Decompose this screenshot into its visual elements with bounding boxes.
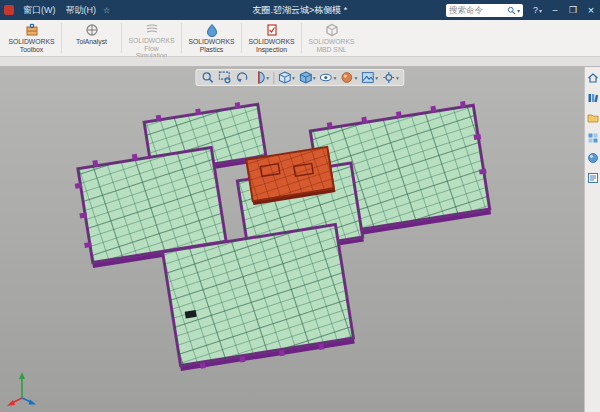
app-icon <box>4 5 14 15</box>
view-palette-button[interactable] <box>586 131 600 145</box>
title-bar: 窗口(W) 帮助(H) ☆ 友圈.碧湖云城>栋侧模 * ▾ ?▾ – ❐ × <box>0 0 600 20</box>
plastics-addin-icon <box>205 22 219 37</box>
zoom-to-fit-button[interactable] <box>200 71 215 84</box>
minimize-button[interactable]: – <box>546 0 564 20</box>
command-search[interactable]: ▾ <box>446 4 523 17</box>
addin-label: TolAnalyst <box>76 38 107 46</box>
view-settings-caret-icon: ▾ <box>396 75 399 81</box>
close-button[interactable]: × <box>582 0 600 20</box>
display-style-icon <box>299 71 312 84</box>
previous-view-button[interactable] <box>234 71 249 84</box>
apply-scene-button[interactable]: ▾ <box>360 71 379 84</box>
flow-simulation-addin-icon <box>145 22 159 36</box>
addin-mbd-button[interactable]: SOLIDWORKS MBD SNL <box>303 20 360 56</box>
task-pane <box>584 67 600 412</box>
design-library-button[interactable] <box>586 91 600 105</box>
palette-grid-icon <box>587 132 599 144</box>
ribbon-separator <box>121 23 122 53</box>
view-settings-button[interactable]: ▾ <box>381 71 400 84</box>
addin-label: SOLIDWORKS Toolbox <box>8 38 54 53</box>
menu-help[interactable]: 帮助(H) <box>61 4 102 17</box>
folder-icon <box>587 112 599 124</box>
edit-appearance-icon <box>340 71 353 84</box>
search-icon <box>507 6 516 15</box>
hide-show-items-button[interactable]: ▾ <box>319 71 338 84</box>
hide-show-caret-icon: ▾ <box>334 75 337 81</box>
addin-inspection-button[interactable]: SOLIDWORKS Inspection <box>243 20 300 56</box>
favorites-star-icon[interactable]: ☆ <box>103 6 110 15</box>
view-orientation-button[interactable]: ▾ <box>277 71 296 84</box>
previous-view-icon <box>235 71 248 84</box>
solidworks-window: 窗口(W) 帮助(H) ☆ 友圈.碧湖云城>栋侧模 * ▾ ?▾ – ❐ × <box>0 0 600 412</box>
addin-plastics-button[interactable]: SOLIDWORKS Plastics <box>183 20 240 56</box>
tolanalyst-addin-icon <box>85 22 99 37</box>
view-orientation-icon <box>278 71 291 84</box>
addin-label: SOLIDWORKS Inspection <box>248 38 294 53</box>
apply-scene-icon <box>361 71 374 84</box>
section-view-button[interactable]: ▾ <box>251 71 270 84</box>
reference-triad <box>6 368 50 408</box>
view-orientation-caret-icon: ▾ <box>292 75 295 81</box>
maximize-button[interactable]: ❐ <box>564 0 582 20</box>
zoom-to-fit-icon <box>201 71 214 84</box>
menu-window[interactable]: 窗口(W) <box>18 4 61 17</box>
zoom-to-area-button[interactable] <box>217 71 232 84</box>
commandmanager-tabstrip[interactable] <box>0 57 600 67</box>
edit-appearance-button[interactable]: ▾ <box>339 71 358 84</box>
zoom-to-area-icon <box>218 71 231 84</box>
appearances-scenes-button[interactable] <box>586 151 600 165</box>
addins-ribbon: SOLIDWORKS Toolbox TolAnalyst SOLIDWORKS… <box>0 20 600 57</box>
home-icon <box>587 72 599 84</box>
document-title: 友圈.碧湖云城>栋侧模 * <box>253 4 348 17</box>
hide-show-items-icon <box>320 71 333 84</box>
model-block-bottom-wing[interactable] <box>162 224 355 372</box>
graphics-viewport[interactable]: ▾ ▾ ▾ ▾ <box>0 67 600 412</box>
addin-label: SOLIDWORKS MBD SNL <box>308 38 354 53</box>
headsup-separator <box>273 72 274 84</box>
mbd-addin-icon <box>325 22 339 37</box>
display-style-caret-icon: ▾ <box>313 75 316 81</box>
view-settings-icon <box>382 71 395 84</box>
help-button[interactable]: ?▾ <box>529 5 546 15</box>
file-explorer-button[interactable] <box>586 111 600 125</box>
display-style-button[interactable]: ▾ <box>298 71 317 84</box>
inspection-addin-icon <box>265 22 279 37</box>
books-icon <box>587 92 599 104</box>
properties-list-icon <box>587 172 599 184</box>
model-canvas[interactable] <box>0 67 600 412</box>
apply-scene-caret-icon: ▾ <box>375 75 378 81</box>
search-input[interactable] <box>449 5 507 15</box>
addin-label: SOLIDWORKS Plastics <box>188 38 234 53</box>
toolbox-addin-icon <box>25 22 39 37</box>
custom-properties-button[interactable] <box>586 171 600 185</box>
addin-tolanalyst-button[interactable]: TolAnalyst <box>63 20 120 56</box>
help-caret-icon: ▾ <box>539 7 542 14</box>
section-view-caret-icon: ▾ <box>266 75 269 81</box>
section-view-icon <box>252 71 265 84</box>
ribbon-separator <box>61 23 62 53</box>
addin-toolbox-button[interactable]: SOLIDWORKS Toolbox <box>3 20 60 56</box>
search-dropdown-icon[interactable]: ▾ <box>517 7 520 14</box>
solidworks-resources-button[interactable] <box>586 71 600 85</box>
addin-flow-simulation-button[interactable]: SOLIDWORKS Flow Simulation <box>123 20 180 56</box>
sphere-icon <box>587 152 599 164</box>
titlebar-right: ▾ ?▾ – ❐ × <box>446 0 600 20</box>
ribbon-separator <box>241 23 242 53</box>
ribbon-separator <box>181 23 182 53</box>
ribbon-separator <box>301 23 302 53</box>
edit-appearance-caret-icon: ▾ <box>354 75 357 81</box>
heads-up-toolbar: ▾ ▾ ▾ ▾ <box>195 69 404 86</box>
